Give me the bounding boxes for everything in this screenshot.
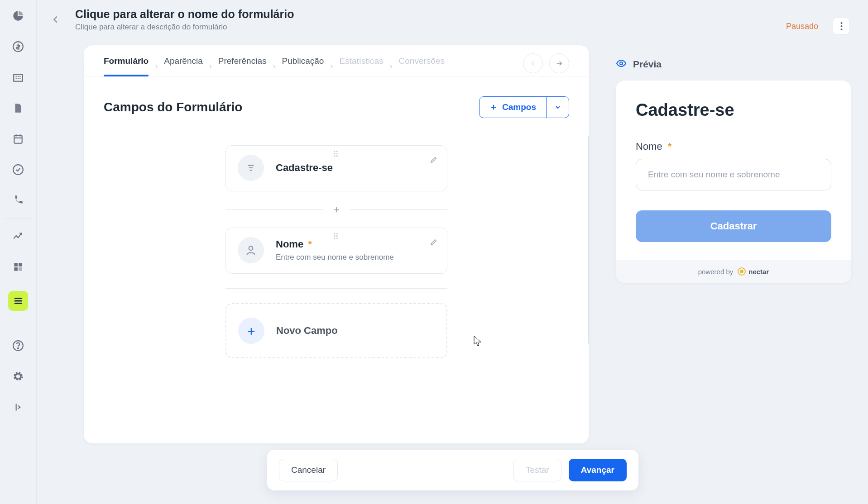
trending-icon[interactable]: [11, 229, 25, 243]
add-field-dropdown[interactable]: [546, 97, 569, 118]
preview-name-input[interactable]: [636, 159, 831, 190]
chevron-right-icon: ›: [155, 62, 158, 71]
svg-rect-10: [14, 303, 22, 304]
edit-icon[interactable]: [430, 156, 438, 166]
svg-point-12: [18, 348, 19, 349]
step-publicacao[interactable]: Publicação: [282, 56, 324, 76]
check-circle-icon[interactable]: [11, 163, 25, 176]
sidebar: [0, 0, 37, 504]
step-estatisticas: Estatísticas: [339, 56, 383, 76]
back-button[interactable]: [45, 9, 66, 30]
calendar-icon[interactable]: [11, 132, 25, 146]
document-icon[interactable]: [11, 101, 25, 115]
chevron-right-icon: ›: [390, 62, 393, 71]
plus-icon: ＋: [238, 318, 264, 344]
preview-title: Cadastre-se: [636, 100, 831, 120]
new-field-label: Novo Campo: [276, 325, 338, 337]
add-field-button[interactable]: Campos: [480, 97, 546, 118]
more-menu-button[interactable]: [833, 18, 850, 35]
person-icon: [238, 237, 264, 263]
brand-name: nectar: [748, 268, 769, 276]
next-button[interactable]: Avançar: [569, 459, 627, 481]
heading-icon: [238, 155, 264, 181]
step-aparencia[interactable]: Aparência: [164, 56, 203, 76]
add-field-split-button: Campos: [479, 96, 569, 118]
step-next-button[interactable]: [549, 53, 569, 73]
field-card-nome[interactable]: ⠿ Nome * Entre com seu n: [225, 228, 447, 274]
chevron-right-icon: ›: [273, 62, 275, 71]
edit-icon[interactable]: [430, 238, 438, 248]
scrollbar[interactable]: [588, 136, 589, 344]
divider: [225, 288, 447, 289]
step-formulario[interactable]: Formulário: [104, 56, 149, 76]
action-bar: Cancelar Testar Avançar: [267, 450, 638, 490]
step-conversoes: Conversões: [399, 56, 445, 76]
step-preferencias[interactable]: Preferências: [218, 56, 267, 76]
required-asterisk-icon: *: [308, 238, 312, 250]
grid-icon[interactable]: [11, 260, 25, 274]
svg-point-14: [840, 25, 842, 27]
svg-rect-8: [14, 298, 22, 299]
eye-icon: [616, 58, 627, 71]
new-field-button[interactable]: ＋ Novo Campo: [225, 303, 447, 358]
svg-rect-9: [14, 300, 22, 302]
field-label: Nome: [276, 238, 303, 250]
preview-field-label: Nome: [636, 141, 662, 152]
svg-rect-6: [14, 267, 18, 271]
step-prev-button[interactable]: [523, 53, 543, 73]
required-asterisk-icon: *: [668, 141, 672, 152]
status-badge: Pausado: [786, 22, 818, 31]
gear-icon[interactable]: [11, 370, 25, 383]
page-header: Clique para alterar o nome do formulário…: [45, 4, 859, 35]
phone-icon[interactable]: [11, 194, 25, 207]
step-tabs: Formulário › Aparência › Preferências › …: [84, 45, 589, 76]
test-button[interactable]: Testar: [513, 459, 561, 481]
svg-rect-7: [19, 267, 22, 271]
drag-handle-icon[interactable]: ⠿: [333, 232, 340, 242]
form-builder-card: Formulário › Aparência › Preferências › …: [84, 45, 589, 443]
chevron-right-icon: ›: [209, 62, 212, 71]
powered-by-label: powered by: [698, 268, 734, 276]
insert-field-divider: ＋: [225, 201, 447, 218]
sidebar-divider: [5, 218, 32, 219]
building-icon[interactable]: [11, 71, 25, 84]
preview-submit-button[interactable]: Cadastrar: [636, 210, 831, 242]
field-card-title[interactable]: ⠿ Cadastre-se: [225, 145, 447, 191]
svg-rect-5: [19, 263, 22, 266]
chevron-right-icon: ›: [330, 62, 333, 71]
drag-handle-icon[interactable]: ⠿: [333, 149, 340, 159]
svg-rect-2: [14, 135, 22, 143]
page-title[interactable]: Clique para alterar o nome do formulário: [75, 8, 294, 21]
svg-point-17: [620, 62, 623, 65]
pie-chart-icon[interactable]: [11, 9, 25, 23]
svg-point-3: [13, 165, 23, 175]
svg-point-15: [840, 29, 842, 30]
preview-label: Prévia: [633, 59, 662, 70]
svg-point-16: [249, 246, 253, 250]
collapse-icon[interactable]: [11, 400, 25, 414]
field-label: Cadastre-se: [276, 162, 333, 174]
help-icon[interactable]: [11, 339, 25, 352]
insert-field-button[interactable]: ＋: [331, 203, 341, 216]
dollar-icon[interactable]: [11, 40, 25, 53]
brand-logo-icon: [738, 267, 746, 276]
forms-icon[interactable]: [8, 291, 28, 311]
cancel-button[interactable]: Cancelar: [279, 459, 338, 481]
field-placeholder: Entre com seu nome e sobrenome: [276, 253, 394, 262]
svg-rect-4: [14, 263, 18, 266]
brand-badge: nectar: [738, 267, 769, 276]
section-heading: Campos do Formulário: [104, 100, 242, 114]
svg-point-13: [840, 22, 842, 24]
page-subtitle[interactable]: Clique para alterar a descrição do formu…: [75, 23, 294, 32]
preview-card: Cadastre-se Nome * Cadastrar powered by …: [616, 81, 851, 283]
add-field-label: Campos: [502, 102, 536, 112]
